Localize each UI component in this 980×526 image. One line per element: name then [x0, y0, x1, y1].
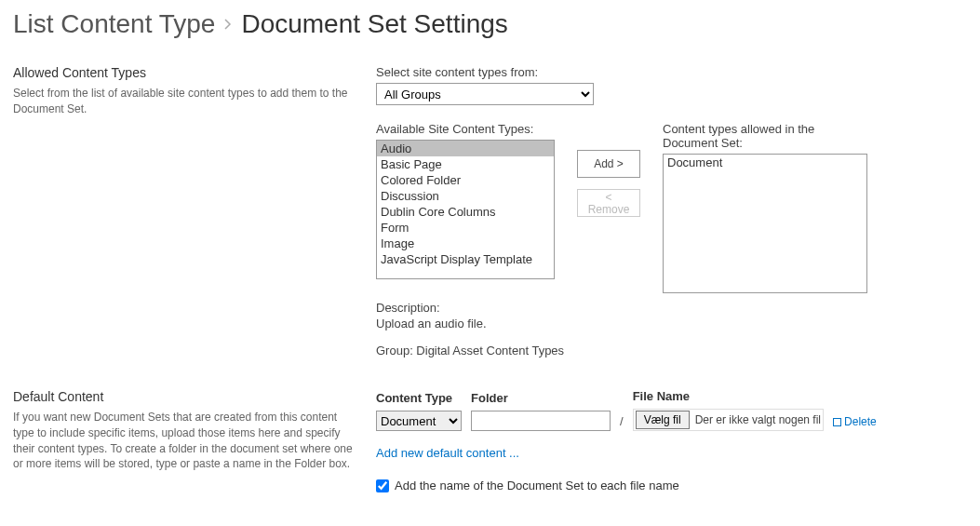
col-contenttype-label: Content Type [376, 391, 462, 405]
description-text: Upload an audio file. [376, 317, 967, 330]
breadcrumb-parent[interactable]: List Content Type [13, 9, 215, 39]
add-new-default-content-link[interactable]: Add new default content ... [376, 446, 519, 460]
list-item[interactable]: Form [377, 220, 554, 236]
list-item[interactable]: Document [664, 155, 866, 170]
section-default-content: Default Content If you want new Document… [13, 389, 967, 492]
chevron-right-icon [224, 19, 232, 30]
default-description: If you want new Document Sets that are c… [13, 410, 357, 472]
allowed-label-line2: Document Set: [663, 136, 867, 150]
add-name-checkbox[interactable] [376, 479, 389, 492]
available-content-types-list[interactable]: AudioBasic PageColored FolderDiscussionD… [376, 140, 555, 279]
col-folder-label: Folder [471, 391, 611, 405]
list-item[interactable]: Image [377, 236, 554, 251]
delete-link[interactable]: Delete [833, 415, 877, 428]
path-separator: / [620, 414, 624, 431]
breadcrumb-current: Document Set Settings [241, 9, 507, 39]
breadcrumb: List Content Type Document Set Settings [13, 9, 967, 39]
allowed-description: Select from the list of available site c… [13, 86, 357, 117]
allowed-label-line1: Content types allowed in the [663, 122, 867, 136]
description-label: Description: [376, 301, 967, 315]
group-text: Group: Digital Asset Content Types [376, 344, 967, 357]
delete-icon [833, 418, 841, 426]
col-filename-label: File Name [633, 389, 824, 403]
list-item[interactable]: Discussion [377, 188, 554, 204]
file-picker: Vælg fil Der er ikke valgt nogen fil [633, 409, 824, 431]
list-item[interactable]: JavaScript Display Template [377, 251, 554, 267]
list-item[interactable]: Colored Folder [377, 172, 554, 188]
add-name-label: Add the name of the Document Set to each… [395, 479, 679, 492]
section-allowed-content-types: Allowed Content Types Select from the li… [13, 65, 967, 357]
list-item[interactable]: Audio [377, 141, 554, 156]
list-item[interactable]: Dublin Core Columns [377, 204, 554, 220]
available-label: Available Site Content Types: [376, 122, 555, 136]
folder-input[interactable] [471, 411, 611, 431]
content-type-select[interactable]: Document [376, 411, 462, 431]
remove-button[interactable]: < Remove [577, 189, 640, 217]
select-from-label: Select site content types from: [376, 65, 967, 79]
allowed-heading: Allowed Content Types [13, 65, 357, 80]
list-item[interactable]: Basic Page [377, 156, 554, 172]
group-select[interactable]: All Groups [376, 83, 594, 105]
choose-file-button[interactable]: Vælg fil [636, 411, 690, 429]
add-button[interactable]: Add > [577, 150, 640, 178]
no-file-text: Der er ikke valgt nogen fil [695, 413, 821, 426]
default-heading: Default Content [13, 389, 357, 404]
allowed-content-types-list[interactable]: Document [663, 154, 867, 293]
